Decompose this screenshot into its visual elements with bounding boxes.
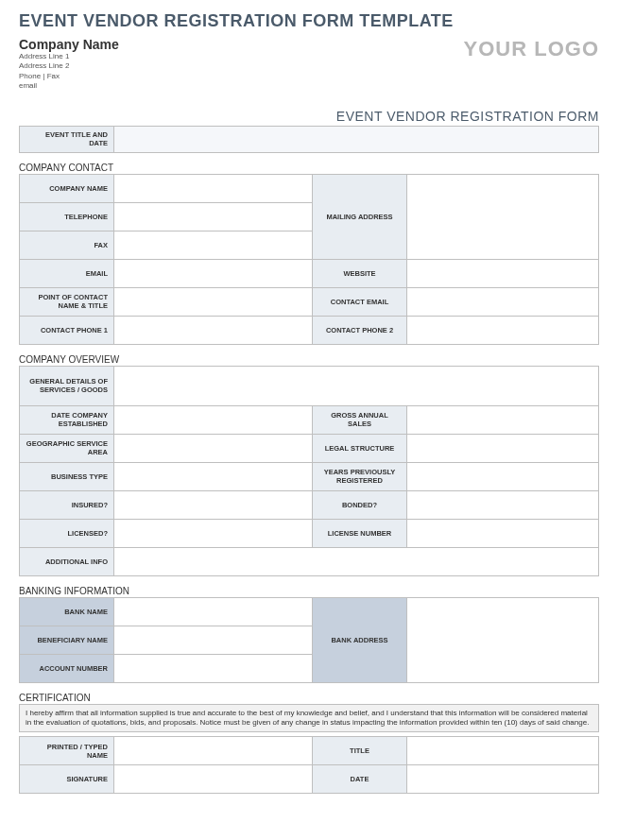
label-account: ACCOUNT NUMBER bbox=[20, 654, 114, 682]
event-table: EVENT TITLE AND DATE bbox=[19, 126, 599, 153]
label-additional: ADDITIONAL INFO bbox=[20, 547, 114, 575]
value-btype[interactable] bbox=[114, 462, 313, 490]
value-established[interactable] bbox=[114, 405, 313, 434]
label-legal: LEGAL STRUCTURE bbox=[313, 434, 407, 462]
label-established: DATE COMPANY ESTABLISHED bbox=[20, 405, 114, 434]
section-cert-title: CERTIFICATION bbox=[19, 693, 599, 703]
section-contact-title: COMPANY CONTACT bbox=[19, 163, 599, 173]
label-bank-name: BANK NAME bbox=[20, 597, 114, 626]
label-signature: SIGNATURE bbox=[20, 765, 114, 794]
label-years: YEARS PREVIOUSLY REGISTERED bbox=[313, 462, 407, 490]
value-fax[interactable] bbox=[114, 231, 313, 259]
label-insured: INSURED? bbox=[20, 490, 114, 519]
page-title: EVENT VENDOR REGISTRATION FORM TEMPLATE bbox=[19, 11, 599, 31]
value-details[interactable] bbox=[114, 366, 599, 405]
logo-placeholder: YOUR LOGO bbox=[464, 37, 599, 61]
banking-table: BANK NAME BANK ADDRESS BENEFICIARY NAME … bbox=[19, 597, 599, 683]
label-bank-address: BANK ADDRESS bbox=[313, 597, 407, 682]
label-email: EMAIL bbox=[20, 259, 114, 287]
company-address1: Address Line 1 bbox=[19, 52, 119, 61]
section-banking-title: BANKING INFORMATION bbox=[19, 586, 599, 596]
contact-table: COMPANY NAME MAILING ADDRESS TELEPHONE F… bbox=[19, 174, 599, 345]
label-licensed: LICENSED? bbox=[20, 519, 114, 547]
label-btype: BUSINESS TYPE bbox=[20, 462, 114, 490]
label-printed: PRINTED / TYPED NAME bbox=[20, 737, 114, 765]
value-license-no[interactable] bbox=[407, 519, 599, 547]
value-mailing-address[interactable] bbox=[407, 174, 599, 259]
value-geo[interactable] bbox=[114, 434, 313, 462]
value-gross-sales[interactable] bbox=[407, 405, 599, 434]
value-signature[interactable] bbox=[114, 765, 313, 794]
value-website[interactable] bbox=[407, 259, 599, 287]
label-geo: GEOGRAPHIC SERVICE AREA bbox=[20, 434, 114, 462]
value-title[interactable] bbox=[407, 737, 599, 765]
overview-table: GENERAL DETAILS OF SERVICES / GOODS DATE… bbox=[19, 366, 599, 576]
label-contact-phone2: CONTACT PHONE 2 bbox=[313, 316, 407, 344]
value-bank-address[interactable] bbox=[407, 597, 599, 682]
value-years[interactable] bbox=[407, 462, 599, 490]
value-contact-email[interactable] bbox=[407, 287, 599, 316]
label-title: TITLE bbox=[313, 737, 407, 765]
label-poc: POINT OF CONTACT NAME & TITLE bbox=[20, 287, 114, 316]
company-name: Company Name bbox=[19, 37, 119, 52]
value-telephone[interactable] bbox=[114, 202, 313, 231]
label-contact-phone1: CONTACT PHONE 1 bbox=[20, 316, 114, 344]
value-date[interactable] bbox=[407, 765, 599, 794]
value-poc[interactable] bbox=[114, 287, 313, 316]
value-contact-phone2[interactable] bbox=[407, 316, 599, 344]
value-insured[interactable] bbox=[114, 490, 313, 519]
value-contact-phone1[interactable] bbox=[114, 316, 313, 344]
company-email: email bbox=[19, 81, 119, 91]
label-contact-email: CONTACT EMAIL bbox=[313, 287, 407, 316]
label-gross-sales: GROSS ANNUAL SALES bbox=[313, 405, 407, 434]
cert-text: I hereby affirm that all information sup… bbox=[19, 704, 599, 733]
event-title-label: EVENT TITLE AND DATE bbox=[20, 126, 114, 152]
header-row: Company Name Address Line 1 Address Line… bbox=[19, 37, 599, 92]
label-beneficiary: BENEFICIARY NAME bbox=[20, 626, 114, 654]
value-legal[interactable] bbox=[407, 434, 599, 462]
cert-table: PRINTED / TYPED NAME TITLE SIGNATURE DAT… bbox=[19, 736, 599, 794]
value-licensed[interactable] bbox=[114, 519, 313, 547]
value-printed[interactable] bbox=[114, 737, 313, 765]
company-address2: Address Line 2 bbox=[19, 61, 119, 71]
label-fax: FAX bbox=[20, 231, 114, 259]
value-company-name[interactable] bbox=[114, 174, 313, 202]
value-bonded[interactable] bbox=[407, 490, 599, 519]
value-beneficiary[interactable] bbox=[114, 626, 313, 654]
label-bonded: BONDED? bbox=[313, 490, 407, 519]
value-bank-name[interactable] bbox=[114, 597, 313, 626]
company-block: Company Name Address Line 1 Address Line… bbox=[19, 37, 119, 92]
label-date: DATE bbox=[313, 765, 407, 794]
label-company-name: COMPANY NAME bbox=[20, 174, 114, 202]
label-mailing-address: MAILING ADDRESS bbox=[313, 174, 407, 259]
form-title: EVENT VENDOR REGISTRATION FORM bbox=[19, 109, 599, 124]
label-telephone: TELEPHONE bbox=[20, 202, 114, 231]
label-license-no: LICENSE NUMBER bbox=[313, 519, 407, 547]
value-email[interactable] bbox=[114, 259, 313, 287]
label-details: GENERAL DETAILS OF SERVICES / GOODS bbox=[20, 366, 114, 405]
company-phonefax: Phone | Fax bbox=[19, 72, 119, 81]
value-account[interactable] bbox=[114, 654, 313, 682]
section-overview-title: COMPANY OVERVIEW bbox=[19, 354, 599, 365]
event-title-value[interactable] bbox=[114, 126, 599, 152]
label-website: WEBSITE bbox=[313, 259, 407, 287]
value-additional[interactable] bbox=[114, 547, 599, 575]
